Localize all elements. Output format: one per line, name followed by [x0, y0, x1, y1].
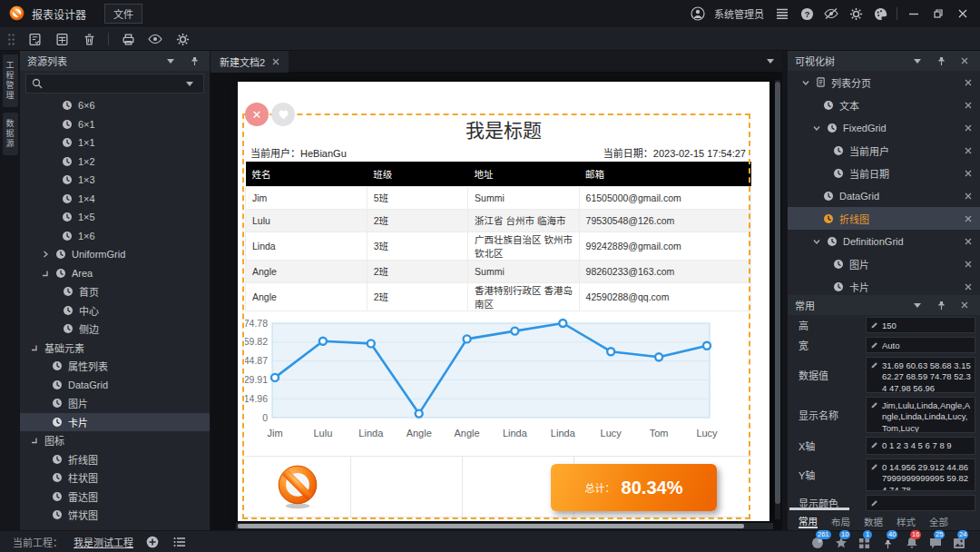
chevron-down-icon[interactable] [909, 296, 926, 314]
resource-item[interactable]: 图片 [20, 394, 210, 413]
visual-tree-item[interactable]: 折线图 [788, 207, 980, 230]
visual-tree-item[interactable]: 当前日期 [788, 162, 980, 184]
resource-item[interactable]: DataGrid [20, 376, 210, 395]
panel-scrollbar[interactable] [789, 508, 849, 510]
delete-trash-icon[interactable] [81, 30, 97, 48]
bell-icon[interactable]: 16 [903, 534, 920, 549]
current-date-field[interactable]: 当前日期：2023-02-15 17:54:27 [603, 145, 746, 160]
remove-item-icon[interactable] [965, 147, 972, 154]
side-tab-project[interactable]: 工程管理 [3, 54, 18, 107]
document-tab[interactable]: 新建文档2 [211, 51, 289, 73]
table-row[interactable]: Jim5班Summi61505000@gmail.com [246, 186, 751, 209]
pin-icon[interactable] [933, 52, 949, 70]
property-value-field[interactable]: 31.69 60.63 58.68 3.15 62.27 68.59 74.78… [866, 357, 975, 393]
remove-item-icon[interactable] [965, 170, 972, 177]
expander-expanded-icon[interactable] [41, 270, 50, 277]
grid-cell[interactable] [351, 457, 463, 517]
image-icon[interactable]: 24 [950, 534, 967, 549]
menu-list-icon[interactable] [774, 5, 790, 23]
report-page[interactable]: 我是标题 当前用户：HeBianGu 当前日期：2023-02-15 17:54… [238, 82, 769, 521]
export-document-icon[interactable] [54, 30, 70, 48]
scrollbar-thumb[interactable] [238, 524, 744, 528]
expander-expanded-icon[interactable] [812, 238, 821, 245]
star-icon[interactable]: 10 [832, 534, 849, 549]
grid-icon[interactable]: 1 [856, 534, 873, 549]
resource-item[interactable]: 图标 [20, 431, 210, 450]
theme-palette-icon[interactable] [872, 5, 888, 23]
toolbar-settings-icon[interactable] [174, 30, 191, 48]
property-tab-全部[interactable]: 全部 [929, 515, 948, 528]
resource-item[interactable]: 柱状图 [20, 468, 210, 488]
property-tab-样式[interactable]: 样式 [897, 515, 916, 528]
expander-expanded-icon[interactable] [30, 344, 39, 351]
table-row[interactable]: Angle2班Summi98260233@163.com [246, 260, 751, 282]
scrollbar-thumb[interactable] [775, 82, 780, 504]
visual-tree-item[interactable]: DataGrid [788, 184, 980, 207]
expander-expanded-icon[interactable] [30, 437, 39, 444]
chevron-down-icon[interactable] [162, 52, 179, 70]
moon-icon[interactable]: 261 [808, 534, 826, 549]
property-value-field[interactable] [866, 495, 975, 511]
visual-tree-item[interactable]: 卡片 [788, 275, 980, 295]
close-panel-icon[interactable] [956, 296, 973, 314]
toolbar-grip-handle[interactable] [7, 33, 15, 46]
visual-tree-item[interactable]: FixedGrid [788, 116, 980, 139]
favorite-heart-button[interactable] [271, 103, 295, 126]
resource-item[interactable]: UniformGrid [20, 245, 210, 264]
expander-expanded-icon[interactable] [812, 124, 821, 132]
project-name-link[interactable]: 我是测试工程 [74, 535, 133, 549]
visual-tree-item[interactable]: DefinitionGrid [788, 230, 980, 252]
table-row[interactable]: Linda3班广西壮族自治区 钦州市 钦北区99242889@gmail.com [246, 232, 751, 260]
resource-item[interactable]: Area [20, 264, 210, 283]
resource-item[interactable]: 1×1 [20, 133, 210, 153]
minimize-button[interactable] [906, 5, 922, 23]
property-value-field[interactable]: 0 14.956 29.912 44.867999999999995 59.82… [866, 458, 975, 491]
remove-item-icon[interactable] [965, 124, 972, 132]
resource-item[interactable]: 6×1 [20, 115, 210, 134]
pin-icon[interactable] [186, 52, 202, 70]
visual-tree-item[interactable]: 当前用户 [788, 139, 980, 162]
report-title[interactable]: 我是标题 [238, 115, 769, 143]
chat-icon[interactable]: 25 [926, 534, 944, 549]
settings-gear-icon[interactable] [848, 5, 864, 23]
remove-item-icon[interactable] [965, 79, 972, 86]
report-table[interactable]: 姓名班级地址邮箱Jim5班Summi61505000@gmail.comLulu… [245, 162, 751, 311]
remove-item-icon[interactable] [965, 238, 972, 245]
horizontal-scrollbar[interactable] [236, 523, 773, 529]
add-circle-icon[interactable] [144, 533, 161, 551]
chevron-down-icon[interactable] [767, 59, 782, 64]
visual-tree-item[interactable]: 图片 [788, 252, 980, 275]
property-tab-数据[interactable]: 数据 [864, 515, 883, 528]
resource-search-input[interactable] [48, 78, 176, 89]
remove-item-icon[interactable] [965, 261, 972, 268]
file-menu-button[interactable]: 文件 [104, 4, 142, 24]
close-tab-icon[interactable] [272, 58, 279, 65]
help-icon[interactable]: ? [799, 5, 815, 23]
side-tab-data[interactable]: 数据源 [3, 113, 18, 155]
visual-tree-item[interactable]: 列表分页 [788, 71, 980, 94]
resource-item[interactable]: 侧边 [20, 320, 210, 339]
resource-item[interactable]: 中心 [20, 301, 210, 320]
close-button[interactable] [955, 5, 971, 23]
maximize-button[interactable] [930, 5, 946, 23]
resource-item[interactable]: 1×2 [20, 153, 210, 172]
save-document-icon[interactable] [26, 30, 43, 48]
line-chart[interactable]: 74.7859.8244.8729.9114.960JimLuluLindaAn… [245, 309, 751, 445]
chevron-down-icon[interactable] [181, 74, 198, 93]
property-value-field[interactable]: Auto [866, 337, 975, 353]
status-list-icon[interactable] [172, 533, 188, 551]
vertical-scrollbar[interactable] [775, 80, 780, 519]
eye-off-icon[interactable] [823, 5, 839, 23]
resource-item[interactable]: 属性列表 [20, 357, 210, 376]
remove-item-icon[interactable] [965, 283, 972, 291]
resource-item[interactable]: 卡片 [20, 413, 210, 432]
table-row[interactable]: Angle2班香港特别行政区 香港岛 南区42590288@qq.com [246, 282, 751, 310]
resource-item[interactable]: 折线图 [20, 450, 210, 469]
pin-icon[interactable] [933, 296, 949, 314]
chevron-down-icon[interactable] [909, 52, 926, 70]
print-icon[interactable] [120, 30, 136, 48]
table-row[interactable]: Lulu2班浙江省 台州市 临海市79530548@126.com [246, 209, 751, 232]
expander-collapsed-icon[interactable] [41, 251, 50, 258]
pin-icon[interactable]: 40 [879, 534, 897, 549]
resource-item[interactable]: 6×6 [20, 96, 210, 115]
